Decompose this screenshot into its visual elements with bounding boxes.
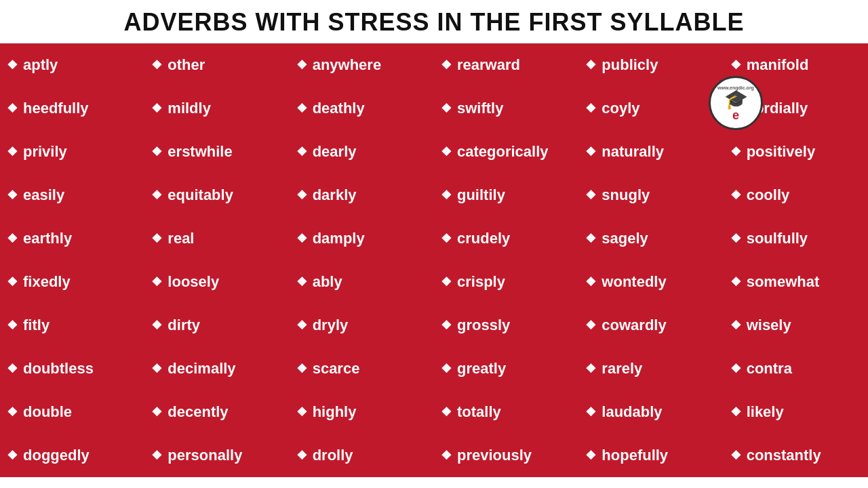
- list-item: ❖decently: [144, 390, 289, 434]
- list-item: ❖guiltily: [434, 174, 578, 217]
- diamond-icon: ❖: [730, 274, 741, 289]
- diamond-icon: ❖: [441, 448, 452, 463]
- list-item: ❖previously: [434, 434, 578, 477]
- diamond-icon: ❖: [7, 144, 18, 159]
- word-text: rarely: [601, 360, 642, 378]
- list-item: ❖anywhere: [290, 43, 434, 87]
- list-item: ❖drolly: [290, 434, 434, 477]
- diamond-icon: ❖: [296, 361, 307, 376]
- list-item: ❖positively: [724, 130, 868, 174]
- word-grid: www.engdic.org 🎓 e ❖aptly❖other❖anywhere…: [0, 43, 868, 477]
- word-text: dearly: [313, 143, 357, 161]
- diamond-icon: ❖: [441, 361, 452, 376]
- word-text: aptly: [23, 56, 58, 74]
- diamond-icon: ❖: [7, 405, 18, 420]
- diamond-icon: ❖: [151, 361, 162, 376]
- word-text: coolly: [747, 186, 790, 204]
- word-text: guiltily: [457, 186, 505, 204]
- diamond-icon: ❖: [730, 448, 741, 463]
- list-item: ❖wontedly: [578, 260, 723, 304]
- list-item: ❖greatly: [434, 347, 578, 390]
- word-text: constantly: [747, 447, 821, 464]
- word-text: somewhat: [747, 273, 820, 291]
- diamond-icon: ❖: [7, 448, 18, 463]
- list-item: ❖scarce: [290, 347, 434, 390]
- diamond-icon: ❖: [441, 274, 452, 289]
- diamond-icon: ❖: [585, 188, 596, 203]
- diamond-icon: ❖: [441, 405, 452, 420]
- list-item: ❖doubtless: [0, 347, 144, 390]
- word-text: privily: [23, 143, 67, 161]
- list-item: ❖coyly: [578, 87, 723, 130]
- diamond-icon: ❖: [296, 58, 307, 73]
- list-item: ❖dirty: [144, 304, 289, 347]
- word-text: double: [23, 403, 72, 421]
- list-item: ❖real: [144, 217, 289, 260]
- list-item: ❖soulfully: [724, 217, 868, 260]
- list-item: ❖double: [0, 390, 144, 434]
- list-item: ❖hopefully: [578, 434, 723, 477]
- diamond-icon: ❖: [441, 101, 452, 116]
- list-item: ❖grossly: [434, 304, 578, 347]
- diamond-icon: ❖: [585, 144, 596, 159]
- list-item: ❖highly: [290, 390, 434, 434]
- list-item: ❖laudably: [578, 390, 723, 434]
- diamond-icon: ❖: [296, 101, 307, 116]
- diamond-icon: ❖: [151, 274, 162, 289]
- word-text: deathly: [313, 100, 365, 117]
- diamond-icon: ❖: [151, 231, 162, 246]
- list-item: ❖heedfully: [0, 87, 144, 130]
- watermark-letter: e: [732, 109, 739, 121]
- diamond-icon: ❖: [441, 58, 452, 73]
- list-item: ❖easily: [0, 174, 144, 217]
- diamond-icon: ❖: [7, 318, 18, 333]
- word-text: ably: [313, 273, 342, 291]
- diamond-icon: ❖: [585, 58, 596, 73]
- word-text: naturally: [601, 143, 664, 161]
- word-text: drolly: [313, 447, 353, 464]
- diamond-icon: ❖: [585, 274, 596, 289]
- list-item: ❖earthly: [0, 217, 144, 260]
- diamond-icon: ❖: [151, 101, 162, 116]
- word-text: swiftly: [457, 100, 503, 117]
- word-text: wontedly: [601, 273, 666, 291]
- diamond-icon: ❖: [730, 188, 741, 203]
- word-text: coyly: [601, 100, 639, 117]
- diamond-icon: ❖: [151, 188, 162, 203]
- word-text: doggedly: [23, 447, 90, 464]
- diamond-icon: ❖: [7, 188, 18, 203]
- word-text: crisply: [457, 273, 505, 291]
- diamond-icon: ❖: [730, 405, 741, 420]
- word-text: positively: [747, 143, 815, 161]
- diamond-icon: ❖: [296, 448, 307, 463]
- diamond-icon: ❖: [7, 231, 18, 246]
- list-item: ❖erstwhile: [144, 130, 289, 174]
- list-item: ❖wisely: [724, 304, 868, 347]
- word-text: anywhere: [313, 56, 382, 74]
- list-item: ❖damply: [290, 217, 434, 260]
- list-item: ❖dearly: [290, 130, 434, 174]
- word-text: rearward: [457, 56, 520, 74]
- list-item: ❖constantly: [724, 434, 868, 477]
- word-text: real: [167, 230, 194, 247]
- list-item: ❖totally: [434, 390, 578, 434]
- diamond-icon: ❖: [151, 405, 162, 420]
- list-item: ❖categorically: [434, 130, 578, 174]
- diamond-icon: ❖: [296, 144, 307, 159]
- diamond-icon: ❖: [585, 231, 596, 246]
- list-item: ❖crudely: [434, 217, 578, 260]
- list-item: ❖rearward: [434, 43, 578, 87]
- word-text: cowardly: [601, 317, 666, 334]
- diamond-icon: ❖: [441, 231, 452, 246]
- diamond-icon: ❖: [296, 231, 307, 246]
- word-text: greatly: [457, 360, 506, 378]
- word-text: personally: [167, 447, 242, 464]
- list-item: ❖darkly: [290, 174, 434, 217]
- word-text: wisely: [747, 317, 791, 334]
- list-item: ❖naturally: [578, 130, 723, 174]
- word-text: fitly: [23, 317, 50, 334]
- word-text: hopefully: [601, 447, 668, 464]
- list-item: ❖snugly: [578, 174, 723, 217]
- list-item: ❖somewhat: [724, 260, 868, 304]
- word-text: loosely: [167, 273, 219, 291]
